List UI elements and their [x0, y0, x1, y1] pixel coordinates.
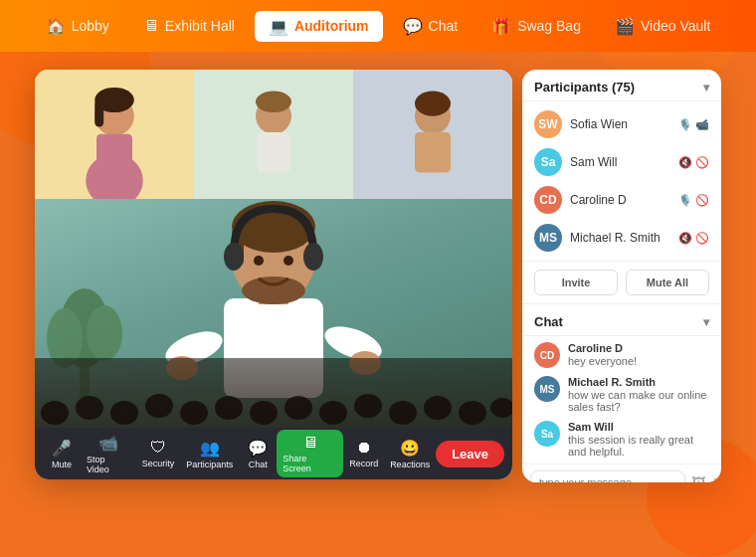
- chat-message: Sa Sam Will this session is really great…: [534, 421, 709, 458]
- svg-point-14: [87, 305, 122, 361]
- chat-header[interactable]: Chat ▾: [522, 304, 721, 336]
- swagbag-icon: 🎁: [491, 17, 511, 36]
- svg-point-37: [284, 396, 312, 420]
- chat-username: Sam Will: [568, 421, 709, 433]
- toolbar-btn-label: Mute: [52, 460, 72, 469]
- toolbar-btn-label: Participants: [186, 460, 233, 469]
- chat-message: CD Caroline D hey everyone!: [534, 342, 709, 368]
- svg-point-33: [145, 394, 173, 418]
- chat-label: Chat: [429, 18, 459, 34]
- chat-content: Sam Will this session is really great an…: [568, 421, 709, 458]
- participant-name: Sofia Wien: [570, 117, 670, 131]
- svg-point-28: [284, 256, 293, 266]
- svg-point-39: [354, 394, 382, 418]
- toolbar-btn-label: Record: [349, 459, 378, 468]
- nav-item-chat[interactable]: 💬Chat: [389, 11, 472, 42]
- navbar: 🏠Lobby🖥Exhibit Hall💻Auditorium💬Chat🎁Swag…: [0, 0, 756, 52]
- participant-name: Caroline D: [570, 193, 670, 207]
- cam-icon: 🚫: [695, 156, 709, 169]
- mic-icon: 🎙️: [678, 118, 692, 131]
- participants-header[interactable]: Participants (75) ▾: [522, 70, 721, 101]
- nav-item-lobby[interactable]: 🏠Lobby: [32, 11, 123, 42]
- video-thumbnails-row: [35, 70, 512, 199]
- chat-text: hey everyone!: [568, 355, 709, 367]
- toolbar-btn-mute[interactable]: 🎤Mute: [43, 435, 81, 473]
- image-icon[interactable]: 🖼: [691, 474, 706, 483]
- participant-controls: 🔇 🚫: [678, 156, 709, 169]
- mute-icon: 🎤: [52, 439, 72, 458]
- mute-all-button[interactable]: Mute All: [626, 270, 709, 295]
- mic-icon: 🔇: [678, 156, 692, 169]
- exhibit-label: Exhibit Hall: [165, 18, 235, 34]
- participants-list: SW Sofia Wien 🎙️ 📹 Sa Sam Will 🔇 🚫 CD Ca…: [522, 101, 721, 261]
- svg-point-34: [180, 401, 208, 425]
- participant-avatar: Sa: [534, 148, 562, 176]
- toolbar-btn-record[interactable]: ⏺Record: [343, 435, 384, 472]
- toolbar-btn-chat[interactable]: 💬Chat: [239, 435, 277, 473]
- svg-point-38: [319, 401, 347, 425]
- cam-icon: 🚫: [695, 232, 709, 245]
- svg-point-41: [424, 396, 452, 420]
- chat-chevron-icon[interactable]: ▾: [703, 315, 709, 329]
- toolbar-btn-security[interactable]: 🛡Security: [136, 435, 180, 472]
- toolbar-btn-label: Share Screen: [283, 454, 337, 473]
- video-thumb-1: [35, 70, 194, 199]
- chat-username: Caroline D: [568, 342, 709, 354]
- nav-item-exhibit[interactable]: 🖥Exhibit Hall: [129, 11, 249, 41]
- participants-chevron-icon[interactable]: ▾: [703, 81, 709, 94]
- video-toolbar: 🎤Mute📹Stop Video🛡Security👥Participants💬C…: [35, 428, 512, 479]
- videovault-icon: 🎬: [615, 17, 635, 36]
- participant-avatar: SW: [534, 110, 562, 138]
- toolbar-btn-stop-video[interactable]: 📹Stop Video: [81, 430, 136, 478]
- svg-point-36: [250, 401, 278, 425]
- chat-title: Chat: [534, 314, 563, 329]
- chat-text: how we can make our online sales fast?: [568, 389, 709, 413]
- main-content: 🎤Mute📹Stop Video🛡Security👥Participants💬C…: [0, 52, 756, 492]
- chat-input[interactable]: [530, 470, 685, 482]
- video-thumb-2: [194, 70, 353, 199]
- main-speaker-video: [35, 199, 512, 428]
- send-icon[interactable]: ➤: [712, 473, 721, 482]
- security-icon: 🛡: [150, 439, 166, 457]
- svg-point-40: [389, 401, 417, 425]
- chat-icon: 💬: [248, 439, 268, 458]
- participant-controls: 🎙️ 🚫: [678, 194, 709, 207]
- exhibit-icon: 🖥: [143, 17, 159, 35]
- toolbar-btn-label: Security: [142, 459, 175, 468]
- video-thumb-3: [353, 70, 512, 199]
- participant-row: MS Michael R. Smith 🔇 🚫: [522, 219, 721, 257]
- svg-rect-6: [258, 132, 289, 173]
- chat-avatar: MS: [534, 376, 560, 402]
- svg-rect-9: [415, 132, 451, 173]
- toolbar-btn-reactions[interactable]: 😀Reactions: [384, 435, 436, 473]
- swagbag-label: Swag Bag: [517, 18, 581, 34]
- cam-icon: 🚫: [695, 194, 709, 207]
- participants-actions: Invite Mute All: [522, 261, 721, 303]
- chat-icon: 💬: [403, 17, 423, 36]
- speaker-bg: [35, 199, 512, 428]
- record-icon: ⏺: [356, 439, 372, 457]
- auditorium-icon: 💻: [269, 17, 288, 36]
- participant-controls: 🔇 🚫: [678, 232, 709, 245]
- toolbar-btn-participants[interactable]: 👥Participants: [180, 435, 239, 473]
- cam-icon: 📹: [695, 118, 709, 131]
- svg-point-35: [215, 396, 243, 420]
- svg-point-30: [41, 401, 69, 425]
- leave-button[interactable]: Leave: [436, 441, 504, 467]
- chat-avatar: Sa: [534, 421, 560, 447]
- chat-text: this session is really great and helpful…: [568, 434, 709, 458]
- nav-item-swagbag[interactable]: 🎁Swag Bag: [477, 11, 595, 42]
- nav-item-videovault[interactable]: 🎬Video Vault: [601, 11, 724, 42]
- mic-icon: 🔇: [678, 232, 692, 245]
- svg-point-25: [224, 243, 244, 271]
- nav-item-auditorium[interactable]: 💻Auditorium: [255, 11, 383, 42]
- toolbar-btn-share-screen[interactable]: 🖥Share Screen: [277, 430, 343, 477]
- right-panel: Participants (75) ▾ SW Sofia Wien 🎙️ 📹 S…: [522, 70, 721, 482]
- toolbar-btn-label: Stop Video: [87, 455, 130, 474]
- invite-button[interactable]: Invite: [534, 270, 618, 295]
- chat-messages: CD Caroline D hey everyone! MS Michael R…: [522, 336, 721, 464]
- participants-title: Participants (75): [534, 80, 635, 94]
- svg-point-24: [242, 277, 305, 304]
- participant-row: SW Sofia Wien 🎙️ 📹: [522, 105, 721, 143]
- svg-rect-4: [94, 100, 103, 127]
